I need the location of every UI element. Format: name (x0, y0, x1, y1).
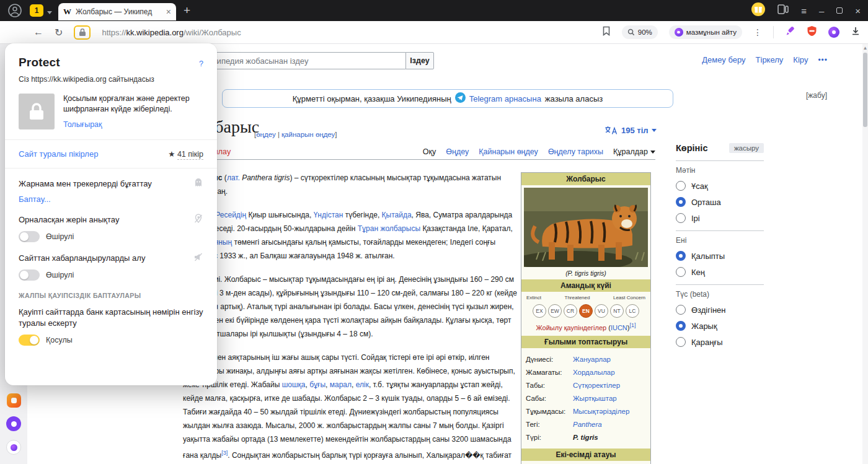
radio-button[interactable] (676, 321, 686, 331)
scrollbar-thumb[interactable] (863, 53, 867, 127)
tab-close-icon[interactable]: × (166, 7, 171, 17)
adblock-shield-icon[interactable] (807, 25, 817, 39)
wiki-header-link[interactable]: Демеу беру (702, 55, 745, 64)
appearance-hide-button[interactable]: жасыру (729, 143, 764, 153)
sidebar-messenger-icon[interactable] (6, 416, 21, 431)
wiki-link[interactable]: Тұран жолбарысы (358, 224, 420, 233)
gift-icon[interactable] (751, 2, 765, 19)
wiki-link[interactable]: елік (356, 380, 369, 389)
tab-edit-1[interactable]: Өңдеу (446, 147, 469, 156)
wiki-link[interactable]: бұғы (309, 380, 326, 389)
tab-edit-2[interactable]: Қайнарын өңдеу (479, 147, 538, 156)
appearance-option[interactable]: Қалыпты (676, 251, 764, 261)
wiki-link[interactable]: [1] (629, 322, 636, 328)
collections-icon[interactable] (777, 4, 789, 17)
tab-group-badge[interactable]: 1 (30, 4, 43, 17)
menu-hamburger-icon[interactable]: ≡ (801, 6, 807, 15)
appearance-option[interactable]: Кең (676, 267, 764, 277)
profile-icon[interactable] (7, 3, 22, 18)
appearance-option[interactable]: Ірі (676, 213, 764, 223)
taxonomy-value[interactable]: Хордалылар (573, 367, 615, 378)
tiger-image[interactable] (524, 188, 648, 267)
wiki-header-more-icon[interactable]: ••• (818, 56, 828, 64)
secure-more-link[interactable]: Толығырақ (63, 120, 203, 130)
edit-source-link[interactable]: қайнарын өңдеу (281, 131, 335, 138)
address-bar[interactable]: https://kk.wikipedia.org/wiki/Жолбарыс (102, 28, 241, 37)
taxonomy-value[interactable]: Сүтқоректілер (573, 380, 620, 391)
reviews-count[interactable]: ★ 41 пікір (168, 149, 203, 159)
read-aloud-button[interactable]: мазмұнын айту (669, 25, 742, 39)
radio-button[interactable] (676, 305, 686, 315)
taxonomy-value[interactable]: Жануарлар (573, 354, 611, 365)
radio-label: Жарық (691, 322, 717, 331)
iucn-scale: EXEWCRENVUNTLC (525, 304, 647, 318)
appearance-option[interactable]: Ұсақ (676, 181, 764, 191)
active-tab[interactable]: W Жолбарыс — Уикипед × (58, 3, 176, 20)
taxonomy-value[interactable]: Жыртқыштар (573, 393, 617, 404)
appearance-option[interactable]: Өздігінен (676, 305, 764, 315)
protect-lock-badge[interactable] (74, 25, 91, 40)
tab-read[interactable]: Оқу (423, 147, 436, 156)
wiki-link[interactable]: Үндістан (314, 211, 343, 219)
edit-pencil-icon[interactable] (785, 26, 795, 39)
wiki-link[interactable]: шошқа (282, 380, 306, 389)
sidebar-services-icon[interactable] (7, 393, 21, 408)
radio-label: Орташа (691, 198, 721, 207)
radio-button[interactable] (676, 197, 686, 207)
window-maximize-icon[interactable] (836, 7, 843, 14)
wiki-search-button[interactable]: Іздеу (405, 52, 434, 69)
radio-button[interactable] (676, 267, 686, 277)
edit-link[interactable]: өңдеу (256, 131, 275, 138)
window-close-icon[interactable]: × (855, 6, 861, 15)
alice-assistant-icon[interactable] (828, 27, 839, 38)
adblock-configure-link[interactable]: Баптау... (19, 195, 203, 204)
wiki-link[interactable]: IUCN (611, 324, 627, 331)
taxonomy-value[interactable]: Мысықтәрізділер (573, 406, 629, 417)
banner-close-link[interactable]: [жабу] (806, 91, 827, 100)
new-tab-button[interactable]: + (184, 4, 190, 17)
tab-group-chevron-icon[interactable] (47, 6, 52, 17)
downloads-icon[interactable] (851, 26, 861, 38)
bookmark-flag-icon[interactable] (602, 26, 611, 38)
wiki-link[interactable]: [3] (221, 450, 228, 456)
site-reviews-link[interactable]: Сайт туралы пікірлер (19, 149, 98, 159)
appearance-section: МәтінҰсақОрташаІрі (676, 160, 764, 223)
tools-dropdown[interactable]: Құралдар (613, 147, 655, 156)
language-selector[interactable]: 195 тіл (604, 126, 657, 135)
wiki-link[interactable]: лат. (227, 173, 240, 182)
protect-help-link[interactable]: ? (199, 59, 203, 68)
scrollbar-up-icon[interactable]: ▲ (862, 45, 868, 51)
appearance-option[interactable]: Қараңғы (676, 337, 764, 347)
radio-button[interactable] (676, 213, 686, 223)
wiki-link[interactable]: Ресейдің (215, 211, 246, 219)
toolbar-kebab-icon[interactable]: ⋮ (753, 27, 762, 37)
radio-button[interactable] (676, 251, 686, 261)
iucn-category-en: EN (579, 304, 593, 318)
reload-icon[interactable]: ↻ (55, 27, 63, 38)
status-header: Амандық күйі (521, 279, 650, 292)
telegram-channel-link[interactable]: Telegram арнасына (469, 94, 541, 103)
notifications-toggle[interactable] (19, 269, 40, 281)
wiki-header-link[interactable]: Тіркелу (756, 55, 784, 64)
zoom-value: 90% (638, 28, 652, 36)
wiki-link[interactable]: марал (330, 380, 352, 389)
appearance-option[interactable]: Орташа (676, 197, 764, 207)
bank-warning-toggle[interactable] (19, 335, 40, 346)
appearance-option[interactable]: Жарық (676, 321, 764, 331)
back-icon[interactable]: ← (33, 27, 43, 38)
wiki-link[interactable]: Жойылу қаупіндегілер (536, 324, 607, 331)
wiki-header-link[interactable]: Кіру (793, 55, 808, 64)
zoom-control[interactable]: 90% (622, 25, 658, 39)
taxonomy-value[interactable]: Panthera (573, 419, 602, 430)
radio-button[interactable] (676, 337, 686, 347)
page-scrollbar[interactable]: ▲ (862, 44, 868, 464)
image-caption: (P. tigris tigris) (521, 268, 650, 279)
sidebar-alice-icon[interactable] (6, 440, 21, 455)
notifications-state: Өшірулі (46, 271, 74, 279)
geolocation-toggle[interactable] (19, 231, 40, 242)
article-tabs: ОқуӨңдеуҚайнарын өңдеуӨңделу тарихыҚұрал… (423, 147, 655, 156)
window-minimize-icon[interactable]: – (819, 6, 824, 15)
radio-button[interactable] (676, 181, 686, 191)
wiki-link[interactable]: Қытайда (382, 211, 412, 219)
tab-edit-3[interactable]: Өңделу тарихы (548, 147, 603, 156)
